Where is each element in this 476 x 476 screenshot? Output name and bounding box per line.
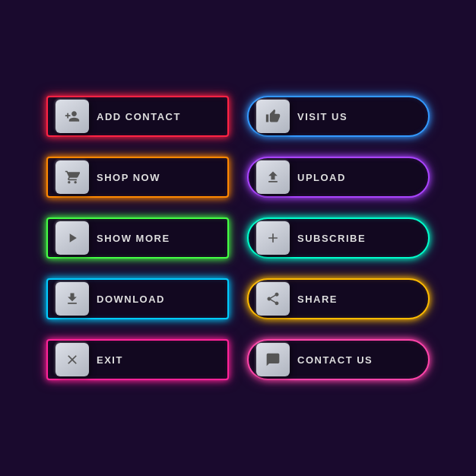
thumbs-up-icon — [256, 100, 290, 133]
upload-icon — [256, 160, 290, 194]
shop-now-label: SHOP NOW — [97, 172, 160, 183]
upload-button[interactable]: UPLOAD — [247, 157, 430, 198]
cart-icon — [56, 160, 89, 194]
exit-button[interactable]: EXIT — [46, 339, 229, 380]
visit-us-button[interactable]: VISIT US — [247, 96, 430, 137]
btn-wrap-show-more: SHOW MORE — [46, 216, 229, 260]
share-icon — [256, 282, 290, 316]
user-plus-icon — [56, 100, 89, 133]
btn-wrap-exit: EXIT — [46, 338, 229, 382]
show-more-label: SHOW MORE — [97, 233, 170, 244]
btn-wrap-share: SHARE — [247, 277, 430, 321]
share-label: SHARE — [297, 294, 338, 305]
add-contact-label: ADD CONTACT — [97, 111, 181, 122]
btn-wrap-shop-now: SHOP NOW — [46, 155, 229, 199]
share-button[interactable]: SHARE — [247, 278, 430, 319]
plus-icon — [256, 221, 290, 255]
button-grid: ADD CONTACTVISIT USSHOP NOWUPLOADSHOW MO… — [24, 71, 452, 405]
upload-label: UPLOAD — [297, 172, 346, 183]
btn-wrap-contact-us: CONTACT US — [247, 338, 430, 382]
btn-wrap-add-contact: ADD CONTACT — [46, 94, 229, 138]
download-icon — [56, 282, 89, 316]
btn-wrap-subscribe: SUBSCRIBE — [247, 216, 430, 260]
contact-us-button[interactable]: CONTACT US — [247, 339, 430, 380]
show-more-button[interactable]: SHOW MORE — [46, 217, 229, 259]
visit-us-label: VISIT US — [297, 111, 347, 122]
contact-us-label: CONTACT US — [297, 354, 373, 366]
download-button[interactable]: DOWNLOAD — [46, 278, 229, 319]
btn-wrap-upload: UPLOAD — [247, 155, 430, 199]
shop-now-button[interactable]: SHOP NOW — [46, 157, 229, 198]
btn-wrap-visit-us: VISIT US — [247, 94, 430, 138]
chat-icon — [256, 343, 290, 376]
add-contact-button[interactable]: ADD CONTACT — [46, 96, 229, 137]
x-icon — [56, 343, 89, 376]
exit-label: EXIT — [97, 354, 123, 366]
subscribe-button[interactable]: SUBSCRIBE — [247, 217, 430, 259]
subscribe-label: SUBSCRIBE — [297, 233, 366, 244]
play-icon — [56, 221, 89, 255]
download-label: DOWNLOAD — [97, 294, 165, 305]
btn-wrap-download: DOWNLOAD — [46, 277, 229, 321]
